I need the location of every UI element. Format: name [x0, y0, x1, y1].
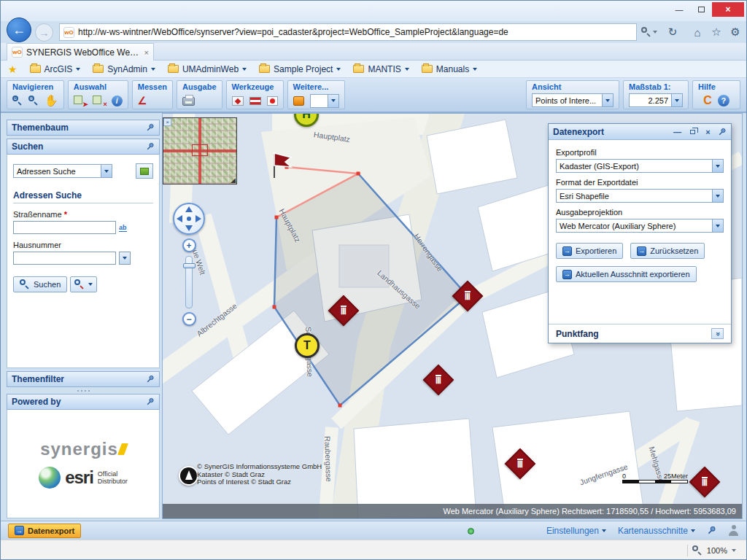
- museum-poi-marker[interactable]: Ⅲ: [424, 365, 453, 394]
- zuruecksetzen-button[interactable]: → Zurücksetzen: [630, 243, 705, 259]
- select-features-icon[interactable]: ➤: [74, 95, 87, 106]
- user-icon[interactable]: [728, 525, 739, 536]
- pan-east-icon[interactable]: [196, 215, 201, 222]
- pushpin-icon[interactable]: [718, 128, 727, 136]
- exportprofil-select[interactable]: Kadaster (GIS-Export): [556, 159, 724, 173]
- pan-hand-icon[interactable]: ✋: [44, 95, 58, 106]
- favorite-item-synadmin[interactable]: SynAdmin: [93, 64, 155, 74]
- identify-info-icon[interactable]: i: [112, 96, 123, 106]
- search-settings-button[interactable]: [136, 163, 153, 179]
- pushpin-icon[interactable]: [146, 123, 155, 132]
- zoom-in-icon[interactable]: +: [12, 96, 23, 106]
- measure-icon[interactable]: ∠: [138, 96, 147, 106]
- refresh-button[interactable]: ↻: [663, 23, 682, 41]
- help-question-icon[interactable]: ?: [718, 95, 729, 106]
- panel-minimize-icon[interactable]: —: [672, 126, 683, 137]
- home-button[interactable]: ⌂: [688, 23, 707, 41]
- window-minimize-button[interactable]: —: [668, 2, 690, 17]
- zoom-out-icon[interactable]: −: [28, 96, 39, 106]
- clear-selection-icon[interactable]: ×: [93, 95, 106, 106]
- punktfang-section[interactable]: Punktfang »: [549, 324, 731, 343]
- exportieren-button[interactable]: → Exportieren: [556, 243, 623, 259]
- massstab-select[interactable]: 2.257: [629, 93, 683, 107]
- datenexport-footer-tab[interactable]: → Datenexport: [8, 524, 81, 538]
- favorite-item-umadminweb[interactable]: UMAdminWeb: [168, 64, 247, 74]
- dropdown-button[interactable]: [712, 190, 723, 202]
- dropdown-button[interactable]: [712, 219, 723, 232]
- url-text[interactable]: http://w-ws-wintner/WebOffice/synserver?…: [78, 27, 632, 37]
- museum-poi-marker[interactable]: Ⅲ: [329, 296, 358, 325]
- search-options-button[interactable]: [70, 276, 97, 292]
- zoom-in-button[interactable]: +: [182, 238, 196, 252]
- dropdown-button[interactable]: [671, 94, 682, 106]
- dropdown-button[interactable]: [328, 95, 338, 107]
- powered-by-panel-header[interactable]: Powered by: [7, 394, 160, 410]
- favorites-button[interactable]: ☆: [707, 23, 726, 41]
- ansicht-select[interactable]: Points of Intere...: [532, 93, 614, 107]
- pushpin-icon[interactable]: [146, 142, 155, 151]
- expand-chevrons-icon[interactable]: »: [711, 328, 724, 339]
- ausgabeprojektion-select[interactable]: Web Mercator (Auxiliary Sphere): [556, 219, 724, 233]
- zoom-slider-handle[interactable]: [183, 263, 196, 268]
- pan-west-icon[interactable]: [177, 215, 182, 222]
- hotlink-icon[interactable]: [267, 96, 278, 106]
- tools-icon[interactable]: [293, 96, 304, 106]
- pushpin-icon[interactable]: [146, 397, 155, 406]
- browser-tab[interactable]: wO SYNERGIS WebOffice Web... ×: [7, 43, 154, 61]
- browser-zoom-control[interactable]: 100%: [687, 545, 746, 556]
- pan-north-icon[interactable]: [185, 206, 193, 212]
- settings-gear-button[interactable]: ⚙: [726, 23, 745, 41]
- overview-resize-icon[interactable]: ◢: [231, 177, 236, 184]
- pushpin-icon[interactable]: [146, 375, 155, 384]
- window-maximize-button[interactable]: [690, 2, 712, 17]
- dropdown-button[interactable]: [602, 94, 613, 106]
- zoom-out-button[interactable]: −: [182, 312, 196, 326]
- hausnummer-dropdown-button[interactable]: [119, 252, 131, 265]
- window-close-button[interactable]: ×: [712, 2, 744, 17]
- pan-center-icon[interactable]: [187, 217, 191, 221]
- ausschnitt-exportieren-button[interactable]: → Aktuellen Ausschnitt exportieren: [556, 266, 697, 282]
- hausnummer-input[interactable]: [13, 252, 116, 265]
- favorite-item-sample-project[interactable]: Sample Project: [259, 64, 341, 74]
- print-icon[interactable]: [182, 97, 195, 106]
- redlining-icon[interactable]: [232, 96, 244, 106]
- pan-south-icon[interactable]: [185, 225, 193, 231]
- panel-close-icon[interactable]: ×: [703, 126, 713, 137]
- museum-poi-marker[interactable]: Ⅲ: [690, 467, 719, 497]
- suchen-panel-header[interactable]: Suchen: [7, 139, 160, 155]
- panel-restore-icon[interactable]: [687, 126, 698, 137]
- datenexport-panel-header[interactable]: Datenexport — ×: [549, 124, 731, 140]
- suchen-button[interactable]: Suchen: [13, 276, 67, 292]
- overview-close-icon[interactable]: ×: [163, 118, 171, 126]
- einstellungen-menu[interactable]: Einstellungen: [546, 526, 606, 536]
- tab-close-icon[interactable]: ×: [144, 48, 149, 57]
- panel-drag-handle[interactable]: [7, 387, 160, 394]
- dropdown-button[interactable]: [101, 165, 112, 177]
- overview-map-inset[interactable]: × ◢: [163, 117, 237, 184]
- tram-stop-marker[interactable]: T: [295, 333, 320, 358]
- dropdown-button[interactable]: [712, 160, 723, 172]
- pan-compass-control[interactable]: [173, 203, 205, 235]
- forward-button[interactable]: →: [35, 23, 53, 42]
- strassenname-input[interactable]: [13, 221, 116, 234]
- weitere-combobox[interactable]: [310, 94, 339, 108]
- search-profile-select[interactable]: Adressen Suche: [13, 164, 112, 178]
- favorite-item-manuals[interactable]: Manuals: [422, 64, 477, 74]
- pin-tool-icon[interactable]: [707, 526, 716, 535]
- add-favorite-icon[interactable]: ★: [8, 63, 18, 75]
- exportformat-select[interactable]: Esri Shapefile: [556, 189, 724, 203]
- zoom-slider[interactable]: [185, 256, 193, 308]
- themenbaum-panel-header[interactable]: Themenbaum: [7, 120, 160, 136]
- museum-poi-marker[interactable]: Ⅲ: [453, 281, 482, 311]
- address-search-button[interactable]: [640, 23, 659, 41]
- flag-marker[interactable]: [268, 149, 297, 182]
- museum-poi-marker[interactable]: Ⅲ: [506, 449, 535, 478]
- favorite-item-arcgis[interactable]: ArcGIS: [30, 64, 81, 74]
- weboffice-c-logo-icon[interactable]: C: [703, 95, 712, 106]
- address-bar[interactable]: wO http://w-ws-wintner/WebOffice/synserv…: [59, 23, 637, 41]
- back-button[interactable]: ←: [7, 18, 31, 42]
- kartenausschnitte-menu[interactable]: Kartenausschnitte: [618, 526, 695, 536]
- autocomplete-icon[interactable]: ab: [119, 224, 127, 232]
- favorite-item-mantis[interactable]: MANTIS: [353, 64, 409, 74]
- austria-flag-icon[interactable]: [249, 97, 261, 105]
